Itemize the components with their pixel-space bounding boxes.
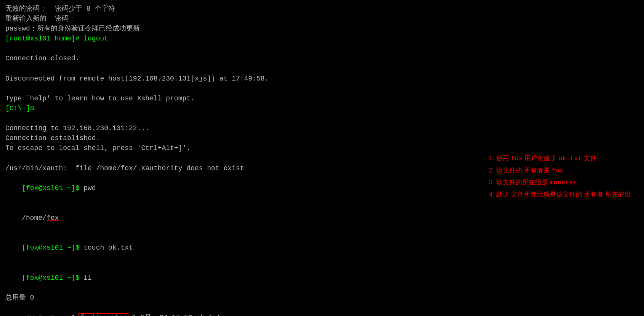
annotation-line-3: 3. 该文件的所在组是 monster: [489, 177, 631, 189]
annotation-line-1: 1. 使用 fox 用户创建了 ok.txt 文件: [489, 153, 631, 165]
fox-prompt-3: [fox@xsl01 ~]$: [22, 274, 83, 282]
fox-prompt-2: [fox@xsl01 ~]$: [22, 244, 83, 252]
line-22: 总用量 0: [5, 293, 639, 303]
annotation-fox-1: fox: [511, 155, 523, 162]
line-11: [C:\~]$: [5, 103, 639, 113]
line-20: [fox@xsl01 ~]$ touch ok.txt: [5, 233, 639, 263]
ls-perms: -rw-r--r--. 1: [22, 314, 79, 316]
annotation-panel: 1. 使用 fox 用户创建了 ok.txt 文件 2. 该文件的 所有者是 f…: [489, 153, 631, 200]
line-8: Disconnected from remote host(192.168.23…: [5, 74, 639, 84]
ll-cmd: ll: [83, 274, 92, 282]
annotation-line-4: 4. 默认 文件所在组就是该文件的 所有者 所在的组: [489, 189, 631, 201]
ls-owner-fox: fox: [79, 314, 93, 316]
line-12: [5, 113, 639, 123]
ls-rest: 0 6月 24 17:53 ok.txt: [128, 314, 221, 316]
line-14: Connection established.: [5, 133, 639, 143]
fox-prompt-1: [fox@xsl01 ~]$: [22, 184, 83, 192]
line-5: [5, 44, 639, 53]
line-13: Connecting to 192.168.230.131:22...: [5, 123, 639, 133]
fox-underlined: fox: [46, 214, 59, 222]
home-fox-path: /home/: [22, 214, 46, 222]
line-10: Type `help' to learn how to use Xshell p…: [5, 94, 639, 103]
line-6: Connection closed.: [5, 53, 639, 63]
annotation-fox-2: fox: [551, 167, 563, 174]
line-3: passwd：所有的身份验证令牌已经成功更新。: [5, 24, 639, 34]
line-7: [5, 64, 639, 74]
ls-group-monster: monster: [98, 314, 128, 316]
line-23: -rw-r--r--. 1 fox monster 0 6月 24 17:53 …: [5, 303, 639, 316]
line-2: 重新输入新的 密码：: [5, 14, 639, 24]
line-19: /home/fox: [5, 203, 639, 233]
annotation-monster: monster: [550, 179, 577, 186]
line-9: [5, 84, 639, 94]
ls-space: [93, 314, 98, 316]
touch-cmd: touch ok.txt: [83, 244, 133, 252]
pwd-cmd: pwd: [83, 184, 96, 192]
annotation-line-2: 2. 该文件的 所有者是 fox: [489, 165, 631, 177]
line-15: To escape to local shell, press 'Ctrl+Al…: [5, 143, 639, 153]
line-4: [root@xsl01 home]# logout: [5, 34, 639, 44]
line-21: [fox@xsl01 ~]$ ll: [5, 263, 639, 292]
line-1: 无效的密码： 密码少于 8 个字符: [5, 4, 639, 14]
annotation-ok-txt: ok.txt: [559, 155, 582, 162]
terminal: 无效的密码： 密码少于 8 个字符 重新输入新的 密码： passwd：所有的身…: [5, 4, 639, 312]
